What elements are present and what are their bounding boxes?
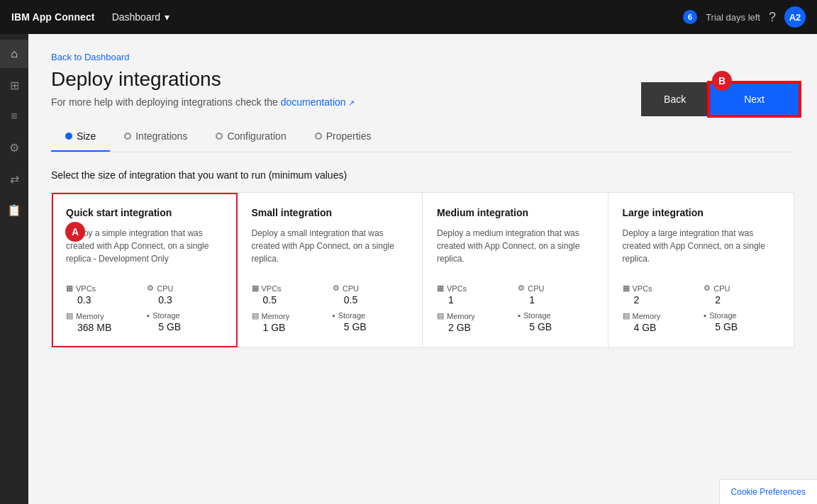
server-icon-medium: ▦	[437, 284, 444, 293]
tab-dot-properties	[315, 133, 322, 140]
chevron-down-icon: ▾	[165, 11, 169, 23]
cpu-icon-large: ⚙	[704, 284, 711, 293]
help-icon[interactable]: ?	[769, 10, 776, 25]
card-specs-medium: ▦ VPCs 1 ⚙ CPU 1 ▤ Memory	[437, 284, 594, 333]
cpu-icon-small: ⚙	[333, 284, 340, 293]
avatar[interactable]: A2	[784, 6, 806, 28]
card-desc-small: Deploy a small integration that was crea…	[252, 227, 408, 269]
sidebar-item-settings[interactable]: ⚙	[0, 133, 28, 162]
spec-vpcs-medium: ▦ VPCs 1	[437, 284, 512, 306]
nav-left: IBM App Connect Dashboard ▾	[11, 11, 169, 23]
nav-dashboard[interactable]: Dashboard ▾	[112, 11, 170, 23]
back-to-dashboard-link[interactable]: Back to Dashboard	[51, 52, 130, 62]
nav-right: 6 Trial days left ? A2	[683, 6, 806, 28]
section-label: Select the size of integration that you …	[51, 169, 794, 181]
tab-integrations[interactable]: Integrations	[110, 122, 201, 152]
tab-dot-integrations	[124, 133, 131, 140]
spec-storage-small: ▪ Storage 5 GB	[333, 311, 408, 333]
spec-vpcs-small: ▦ VPCs 0.5	[252, 284, 327, 306]
tab-configuration[interactable]: Configuration	[201, 122, 300, 152]
server-icon-large: ▦	[623, 284, 630, 293]
sidebar: ⌂ ⊞ ≡ ⚙ ⇄ 📋	[0, 34, 28, 504]
tab-size[interactable]: Size	[51, 122, 110, 152]
cpu-icon: ⚙	[147, 284, 154, 293]
memory-icon: ▤	[66, 311, 73, 320]
sidebar-item-home[interactable]: ⌂	[0, 40, 28, 68]
card-title-quick-start: Quick start integration	[66, 207, 223, 218]
cookie-preferences[interactable]: Cookie Preferences	[719, 479, 817, 504]
tabs-container: Size Integrations Configuration Properti…	[51, 122, 794, 152]
card-medium[interactable]: Medium integration Deploy a medium integ…	[423, 193, 608, 347]
trial-count-badge: 6	[683, 10, 697, 24]
app-title: IBM App Connect	[11, 11, 95, 23]
tab-properties[interactable]: Properties	[301, 122, 386, 152]
card-title-large: Large integration	[623, 207, 780, 218]
sidebar-item-document[interactable]: ≡	[0, 102, 28, 130]
storage-icon: ▪	[147, 311, 150, 320]
storage-icon-large: ▪	[704, 311, 706, 320]
sidebar-item-grid[interactable]: ⊞	[0, 71, 28, 99]
card-specs-large: ▦ VPCs 2 ⚙ CPU 2 ▤ Memory	[623, 284, 780, 333]
memory-icon-large: ▤	[623, 311, 630, 320]
trial-label: Trial days left	[706, 12, 760, 23]
badge-a: A	[65, 222, 85, 242]
spec-memory-large: ▤ Memory 4 GB	[623, 311, 699, 333]
spec-cpu-large: ⚙ CPU 2	[704, 284, 779, 306]
storage-icon-medium: ▪	[518, 311, 521, 320]
cpu-icon-medium: ⚙	[518, 284, 525, 293]
spec-cpu-small: ⚙ CPU 0.5	[333, 284, 408, 306]
spec-storage-large: ▪ Storage 5 GB	[704, 311, 779, 333]
documentation-link[interactable]: documentation	[281, 96, 355, 108]
spec-cpu-medium: ⚙ CPU 1	[518, 284, 593, 306]
server-icon: ▦	[66, 284, 73, 293]
card-quick-start[interactable]: Quick start integration Deploy a simple …	[52, 193, 238, 347]
card-title-medium: Medium integration	[437, 207, 594, 218]
spec-memory-quick-start: ▤ Memory 368 MB	[66, 311, 141, 333]
spec-memory-small: ▤ Memory 1 GB	[252, 311, 327, 333]
top-navigation: IBM App Connect Dashboard ▾ 6 Trial days…	[0, 0, 817, 34]
spec-vpcs-large: ▦ VPCs 2	[623, 284, 699, 306]
card-desc-medium: Deploy a medium integration that was cre…	[437, 227, 594, 269]
memory-icon-small: ▤	[252, 311, 259, 320]
badge-b: B	[712, 71, 732, 91]
card-title-small: Small integration	[252, 207, 408, 218]
storage-icon-small: ▪	[333, 311, 335, 320]
back-button[interactable]: Back	[641, 82, 708, 116]
tab-dot-configuration	[216, 133, 223, 140]
card-desc-large: Deploy a large integration that was crea…	[623, 227, 780, 269]
spec-memory-medium: ▤ Memory 2 GB	[437, 311, 512, 333]
card-specs-small: ▦ VPCs 0.5 ⚙ CPU 0.5 ▤ Memory	[252, 284, 408, 333]
sidebar-item-connections[interactable]: ⇄	[0, 164, 28, 193]
spec-vpcs-quick-start: ▦ VPCs 0.3	[66, 284, 141, 306]
dashboard-label: Dashboard	[112, 11, 161, 23]
server-icon-small: ▦	[252, 284, 259, 293]
card-specs-quick-start: ▦ VPCs 0.3 ⚙ CPU 0.3 ▤ Memory	[66, 284, 223, 333]
main-content: A B Back Next Back to Dashboard Deploy i…	[28, 34, 817, 504]
tab-dot-size	[65, 133, 72, 140]
spec-storage-medium: ▪ Storage 5 GB	[518, 311, 593, 333]
integration-cards-grid: Quick start integration Deploy a simple …	[51, 192, 794, 348]
spec-storage-quick-start: ▪ Storage 5 GB	[147, 311, 222, 333]
card-desc-quick-start: Deploy a simple integration that was cre…	[66, 227, 223, 269]
memory-icon-medium: ▤	[437, 311, 444, 320]
spec-cpu-quick-start: ⚙ CPU 0.3	[147, 284, 222, 306]
card-large[interactable]: Large integration Deploy a large integra…	[608, 193, 794, 347]
sidebar-item-clipboard[interactable]: 📋	[0, 196, 28, 224]
card-small[interactable]: Small integration Deploy a small integra…	[238, 193, 423, 347]
